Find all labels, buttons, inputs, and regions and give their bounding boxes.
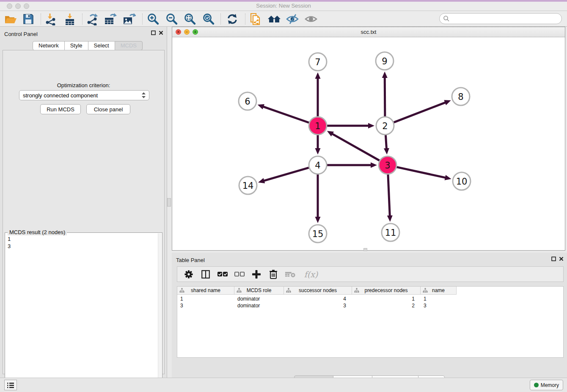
result-scrollbar[interactable] (158, 233, 162, 392)
table-cell[interactable]: 3 (177, 302, 234, 309)
show-all-networks-icon[interactable] (267, 13, 281, 25)
graph-edge-arrowhead (382, 72, 388, 78)
table-header-row: shared nameMCDS rolesuccessor nodesprede… (177, 287, 457, 295)
table-cell[interactable]: dominator (234, 295, 284, 302)
column-header-successor-nodes[interactable]: successor nodes (284, 287, 352, 295)
close-table-panel-icon[interactable] (559, 257, 564, 261)
table-toolbar: f(x) (177, 266, 564, 282)
open-session-icon[interactable] (3, 13, 18, 25)
window-title: Session: New Session (0, 3, 567, 9)
graph-edge-arrowhead (258, 178, 265, 183)
control-panel-title: Control Panel (4, 31, 38, 37)
graph-edge-3-1[interactable] (331, 133, 380, 160)
column-header-label: name (432, 287, 445, 293)
network-window-titlebar[interactable]: × − + scc.txt (172, 27, 565, 37)
graph-node-label: 14 (242, 181, 254, 191)
graph-edge-3-11[interactable] (388, 174, 390, 217)
task-history-button[interactable] (4, 380, 17, 390)
toolbar-separator (220, 14, 221, 25)
tab-style[interactable]: Style (64, 41, 88, 50)
graph-edge-4-14[interactable] (263, 168, 309, 181)
deselect-all-icon[interactable] (234, 268, 245, 280)
mcds-result-list[interactable]: 13 (8, 235, 11, 250)
close-panel-icon[interactable] (159, 30, 163, 35)
column-header-label: predecessor nodes (364, 287, 407, 293)
graph-edge-arrowhead (384, 148, 389, 155)
search-icon (443, 15, 450, 22)
export-image-icon[interactable] (122, 13, 136, 25)
close-panel-button[interactable]: Close panel (86, 104, 130, 114)
table-cell[interactable]: 1 (421, 295, 457, 302)
new-network-icon[interactable] (248, 13, 263, 25)
optimization-criterion-dropdown[interactable]: strongly connected component (19, 90, 149, 100)
memory-button[interactable]: Memory (530, 380, 563, 390)
graph-edge-arrowhead (258, 104, 264, 109)
network-window-title: scc.txt (172, 29, 565, 35)
apply-layout-icon[interactable] (225, 13, 239, 25)
graph-node-label: 8 (458, 92, 463, 102)
graph-edge-2-9[interactable] (385, 77, 385, 116)
delete-table-icon[interactable] (285, 268, 296, 280)
tab-network[interactable]: Network (33, 41, 65, 50)
horizontal-splitter-grip[interactable] (363, 248, 367, 251)
graph-edge-1-6[interactable] (262, 106, 309, 123)
column-visibility-icon[interactable] (200, 268, 211, 280)
network-canvas[interactable]: 7968124314101511 (172, 37, 565, 250)
vertical-splitter-grip[interactable] (167, 198, 171, 207)
graph-edge-arrowhead (387, 215, 393, 222)
column-header-predecessor-nodes[interactable]: predecessor nodes (352, 287, 421, 295)
search-input[interactable] (450, 14, 561, 23)
column-header-label: shared name (191, 287, 220, 293)
tab-select[interactable]: Select (88, 41, 115, 50)
table-cell[interactable]: 2 (352, 302, 421, 309)
run-mcds-button[interactable]: Run MCDS (40, 104, 81, 114)
dropdown-chevrons-icon (142, 92, 146, 98)
table-row[interactable]: 1dominator411 (177, 295, 563, 302)
table-cell[interactable]: 3 (421, 302, 457, 309)
save-session-icon[interactable] (21, 13, 36, 25)
graph-node-label: 2 (382, 121, 388, 131)
search-box[interactable] (439, 13, 562, 24)
import-table-icon[interactable] (63, 13, 77, 25)
settings-gear-icon[interactable] (183, 268, 194, 280)
column-header-MCDS-role[interactable]: MCDS role (234, 287, 284, 295)
show-panel-icon[interactable] (304, 13, 318, 25)
float-table-panel-icon[interactable] (551, 257, 556, 261)
table-cell[interactable]: 1 (177, 295, 234, 302)
add-column-icon[interactable] (251, 268, 262, 280)
table-cell[interactable]: 1 (352, 295, 421, 302)
export-table-icon[interactable] (103, 13, 118, 25)
graph-edge-3-10[interactable] (396, 167, 446, 178)
column-header-shared-name[interactable]: shared name (177, 287, 234, 295)
table-panel-title: Table Panel (176, 257, 205, 263)
network-graph[interactable]: 7968124314101511 (172, 37, 565, 250)
graph-edge-2-8[interactable] (394, 102, 446, 122)
function-builder-icon[interactable]: f(x) (302, 268, 320, 280)
table-cell[interactable]: 3 (284, 302, 352, 309)
column-header-name[interactable]: name (421, 287, 457, 295)
mcds-tab-content: Optimization criterion: strongly connect… (3, 50, 165, 374)
hide-panel-icon[interactable] (285, 13, 300, 25)
delete-column-icon[interactable] (268, 268, 279, 280)
window-titlebar: Session: New Session (0, 0, 567, 11)
status-bar: Memory (0, 378, 567, 392)
optimization-criterion-label: Optimization criterion: (3, 82, 164, 88)
table-row[interactable]: 3dominator323 (177, 302, 563, 309)
table-cell[interactable]: dominator (234, 302, 284, 309)
mcds-result-title: MCDS result (2 nodes) (8, 229, 67, 235)
node-table[interactable]: shared nameMCDS rolesuccessor nodesprede… (177, 286, 564, 358)
zoom-selected-icon[interactable] (201, 13, 216, 25)
import-network-icon[interactable] (44, 13, 58, 25)
zoom-in-icon[interactable] (146, 13, 160, 25)
table-cell[interactable]: 4 (284, 295, 352, 302)
export-network-icon[interactable] (85, 13, 99, 25)
select-all-icon[interactable] (217, 268, 228, 280)
graph-edge-2-3[interactable] (385, 135, 386, 149)
graph-edge-arrowhead (315, 217, 321, 223)
zoom-fit-icon[interactable] (183, 13, 197, 25)
zoom-out-icon[interactable] (165, 13, 179, 25)
tab-mcds[interactable]: MCDS (115, 41, 143, 50)
mcds-result-line: 3 (8, 243, 11, 250)
float-panel-icon[interactable] (151, 30, 156, 35)
graph-node-label: 9 (382, 56, 387, 66)
